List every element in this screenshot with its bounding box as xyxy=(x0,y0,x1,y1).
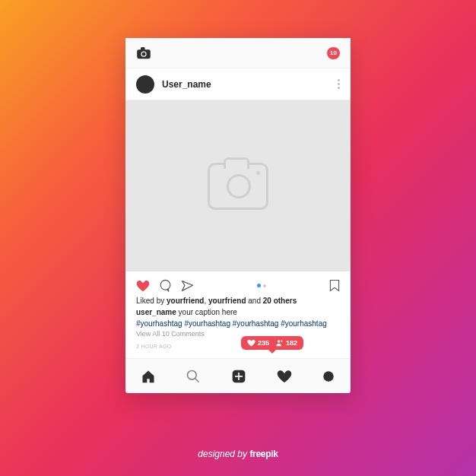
svg-point-9 xyxy=(188,370,197,379)
svg-line-10 xyxy=(195,378,199,382)
add-post-icon[interactable] xyxy=(231,369,246,384)
svg-point-5 xyxy=(278,340,280,342)
more-options-icon[interactable] xyxy=(338,79,340,89)
popup-likes-count: 235 xyxy=(258,339,269,347)
search-icon[interactable] xyxy=(186,369,201,384)
bottom-nav: 235 182 xyxy=(125,358,351,393)
liked-by-friend[interactable]: yourfriend xyxy=(208,297,246,305)
action-bar xyxy=(125,271,351,295)
avatar[interactable] xyxy=(136,75,154,94)
caption-text: your caption here xyxy=(179,308,237,316)
svg-rect-1 xyxy=(141,47,145,51)
hashtag[interactable]: #yourhashtag xyxy=(184,319,230,328)
freepik-logo-text: freepik xyxy=(249,449,278,459)
notification-badge[interactable]: 10 xyxy=(327,47,340,59)
liked-by-others[interactable]: 20 others xyxy=(263,297,297,305)
phone-mockup: 10 User_name Liked by y xyxy=(125,38,351,393)
profile-icon[interactable] xyxy=(322,370,335,383)
liked-by-line: Liked by yourfriend, yourfriend and 20 o… xyxy=(136,295,340,306)
liked-by-friend[interactable]: yourfriend xyxy=(167,297,204,305)
post-meta: Liked by yourfriend, yourfriend and 20 o… xyxy=(125,295,351,358)
activity-icon[interactable] xyxy=(277,370,292,383)
camera-icon[interactable] xyxy=(136,47,151,59)
hashtag[interactable]: #yourhashtag xyxy=(233,319,279,328)
post-image[interactable] xyxy=(125,100,351,271)
caption-username[interactable]: user_name xyxy=(136,308,176,316)
caption-line: user_name your caption here xyxy=(136,306,340,318)
hashtag[interactable]: #yourhashtag xyxy=(281,319,327,328)
timestamp: 2 HOUR AGO xyxy=(136,343,340,351)
like-icon[interactable] xyxy=(136,280,150,292)
image-placeholder-icon xyxy=(208,163,268,210)
top-bar: 10 xyxy=(125,38,351,68)
svg-rect-13 xyxy=(235,376,243,377)
svg-point-3 xyxy=(142,52,146,56)
attribution: designed by freepik xyxy=(0,449,476,459)
post-username[interactable]: User_name xyxy=(162,79,211,90)
home-icon[interactable] xyxy=(141,369,156,384)
post-header: User_name xyxy=(125,68,351,100)
hashtags-line: #yourhashtag #yourhashtag #yourhashtag #… xyxy=(136,318,340,329)
share-icon[interactable] xyxy=(181,280,194,292)
carousel-indicator xyxy=(257,284,266,287)
popup-followers-count: 182 xyxy=(286,339,297,347)
view-comments-link[interactable]: View All 10 Comments xyxy=(136,329,340,340)
activity-popup[interactable]: 235 182 xyxy=(241,336,303,350)
svg-point-14 xyxy=(323,371,334,382)
svg-point-4 xyxy=(160,280,170,290)
bookmark-icon[interactable] xyxy=(329,279,340,292)
hashtag[interactable]: #yourhashtag xyxy=(136,319,182,328)
svg-rect-8 xyxy=(281,341,283,341)
comment-icon[interactable] xyxy=(159,279,172,292)
